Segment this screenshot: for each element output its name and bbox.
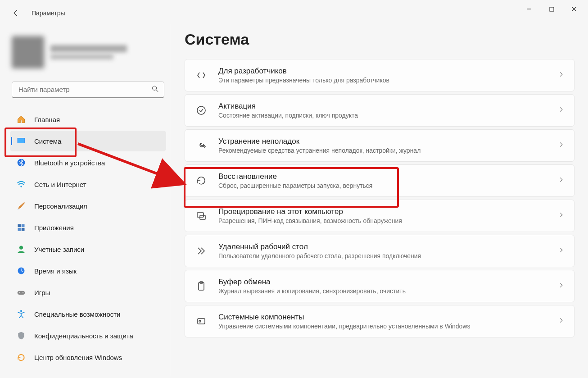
sidebar-item-accounts[interactable]: Учетные записи — [10, 239, 166, 260]
sidebar-item-accessibility[interactable]: Специальные возможности — [10, 304, 166, 324]
svg-point-18 — [23, 292, 23, 293]
sidebar: Главная Система Bluetooth и устройства С… — [0, 24, 170, 376]
svg-rect-10 — [18, 224, 21, 228]
search-icon — [151, 85, 159, 95]
card-subtitle: Состояние активации, подписки, ключ прод… — [218, 112, 547, 119]
clipboard-icon — [195, 280, 208, 292]
sidebar-item-gaming[interactable]: Игры — [10, 282, 166, 303]
chevron-right-icon — [558, 71, 564, 79]
page-title: Система — [185, 31, 574, 48]
project-icon — [195, 209, 208, 222]
avatar — [12, 36, 44, 68]
gamepad-icon — [16, 287, 26, 297]
card-title: Восстановление — [218, 172, 547, 181]
recovery-icon — [195, 174, 208, 187]
remote-icon — [195, 245, 208, 257]
profile-block[interactable] — [10, 31, 166, 79]
chevron-right-icon — [558, 141, 564, 150]
sidebar-item-label: Сеть и Интернет — [34, 181, 86, 188]
minimize-button[interactable] — [519, 2, 539, 16]
card-title: Для разработчиков — [218, 67, 547, 76]
card-subtitle: Журнал вырезания и копирования, синхрони… — [218, 287, 547, 295]
sidebar-item-label: Bluetooth и устройства — [34, 159, 105, 167]
home-icon — [16, 114, 26, 124]
card-recovery[interactable]: Восстановление Сброс, расширенные параме… — [185, 164, 574, 197]
card-title: Системные компоненты — [218, 313, 547, 322]
svg-line-5 — [156, 90, 158, 91]
chevron-right-icon — [558, 106, 564, 114]
card-subtitle: Пользователи удаленного рабочего стола, … — [218, 252, 547, 260]
sidebar-item-label: Приложения — [34, 224, 74, 232]
brush-icon — [16, 201, 26, 211]
card-subtitle: Рекомендуемые средства устранения непола… — [218, 147, 547, 154]
sidebar-item-home[interactable]: Главная — [10, 109, 166, 130]
clock-globe-icon — [16, 266, 26, 276]
sidebar-item-label: Главная — [34, 116, 60, 123]
sidebar-item-label: Время и язык — [34, 267, 77, 275]
card-subtitle: Управление системными компонентами, пред… — [218, 323, 547, 330]
close-button[interactable] — [564, 2, 584, 16]
card-activation[interactable]: Активация Состояние активации, подписки,… — [185, 94, 574, 127]
card-subtitle: Сброс, расширенные параметры запуска, ве… — [218, 182, 547, 189]
bluetooth-icon — [16, 158, 26, 168]
back-button[interactable] — [9, 6, 23, 20]
svg-rect-7 — [18, 138, 25, 143]
wrench-icon — [195, 139, 208, 152]
card-devs[interactable]: Для разработчиков Эти параметры предназн… — [185, 59, 574, 91]
chevron-right-icon — [558, 247, 564, 255]
sidebar-item-system[interactable]: Система — [10, 131, 166, 151]
sidebar-nav: Главная Система Bluetooth и устройства С… — [10, 109, 166, 368]
card-clipboard[interactable]: Буфер обмена Журнал вырезания и копирова… — [185, 270, 574, 302]
person-icon — [16, 244, 26, 254]
card-title: Проецирование на этот компьютер — [218, 207, 547, 216]
sidebar-item-time[interactable]: Время и язык — [10, 260, 166, 281]
svg-rect-13 — [22, 228, 25, 231]
card-components[interactable]: Системные компоненты Управление системны… — [185, 305, 574, 337]
card-subtitle: Разрешения, ПИН-код связывания, возможно… — [218, 217, 547, 224]
maximize-button[interactable] — [541, 2, 562, 16]
app-title: Параметры — [32, 9, 65, 17]
apps-icon — [16, 223, 26, 232]
card-subtitle: Эти параметры предназначены только для р… — [218, 77, 547, 84]
sidebar-item-apps[interactable]: Приложения — [10, 217, 166, 238]
svg-point-19 — [20, 310, 22, 312]
svg-rect-21 — [197, 213, 204, 217]
svg-point-17 — [19, 292, 20, 293]
sidebar-item-label: Система — [34, 137, 61, 145]
main-content: Система Для разработчиков Эти параметры … — [170, 24, 588, 376]
svg-point-20 — [197, 106, 205, 114]
search-input[interactable] — [12, 81, 164, 98]
system-icon — [16, 136, 26, 146]
accessibility-icon — [16, 309, 26, 319]
card-troubleshoot[interactable]: Устранение неполадок Рекомендуемые средс… — [185, 129, 574, 162]
card-title: Устранение неполадок — [218, 137, 547, 146]
check-circle-icon — [195, 104, 208, 117]
sidebar-item-bluetooth[interactable]: Bluetooth и устройства — [10, 152, 166, 173]
svg-point-9 — [20, 186, 22, 187]
profile-name — [50, 45, 127, 52]
sidebar-item-network[interactable]: Сеть и Интернет — [10, 174, 166, 195]
sidebar-item-label: Конфиденциальность и защита — [34, 332, 133, 340]
wifi-icon — [16, 179, 26, 189]
svg-point-14 — [19, 246, 23, 250]
sidebar-item-privacy[interactable]: Конфиденциальность и защита — [10, 325, 166, 346]
card-remote[interactable]: Удаленный рабочий стол Пользователи удал… — [185, 235, 574, 267]
sidebar-item-label: Центр обновления Windows — [34, 354, 122, 361]
svg-rect-16 — [18, 291, 25, 295]
sidebar-item-label: Игры — [34, 289, 50, 296]
sidebar-item-personalization[interactable]: Персонализация — [10, 196, 166, 216]
devs-icon — [195, 69, 208, 82]
chevron-right-icon — [558, 317, 564, 325]
card-title: Активация — [218, 102, 547, 111]
card-project[interactable]: Проецирование на этот компьютер Разрешен… — [185, 200, 574, 232]
components-icon — [195, 315, 208, 328]
sidebar-item-update[interactable]: Центр обновления Windows — [10, 347, 166, 368]
card-title: Буфер обмена — [218, 278, 547, 287]
chevron-right-icon — [558, 282, 564, 290]
chevron-right-icon — [558, 177, 564, 185]
header: Параметры — [0, 0, 588, 20]
sidebar-item-label: Учетные записи — [34, 246, 84, 253]
window-controls — [519, 0, 588, 18]
card-title: Удаленный рабочий стол — [218, 242, 547, 251]
profile-email — [50, 54, 113, 59]
